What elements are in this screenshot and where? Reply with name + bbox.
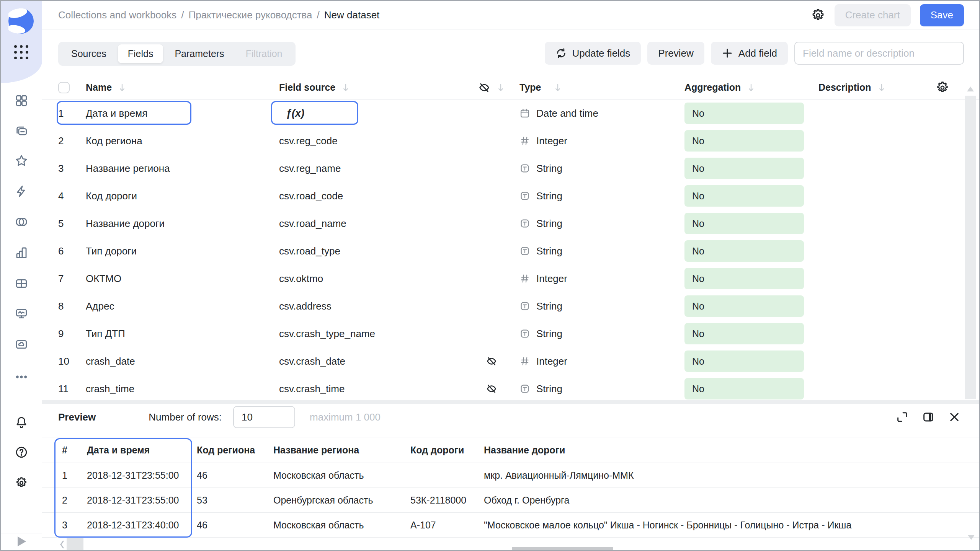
breadcrumb-workbook[interactable]: Практические руководства [189,9,312,21]
update-fields-button[interactable]: Update fields [545,42,641,65]
string-icon [519,163,530,174]
table-settings-gear-icon[interactable] [936,81,949,95]
apps-menu-icon[interactable] [14,45,29,60]
field-name[interactable]: Код региона [86,135,279,147]
chart-icon[interactable] [15,246,28,259]
field-type[interactable]: String [511,383,675,395]
field-aggregation: No [675,323,809,344]
field-search-input[interactable] [803,47,956,59]
preview-row: 22018-12-31T23:55:0053Оренбургская облас… [42,488,979,513]
field-type[interactable]: String [511,300,675,312]
field-name[interactable]: Тип ДТП [86,328,279,340]
play-icon[interactable] [18,536,26,546]
aggregation-select[interactable]: No [684,240,804,262]
preview-table: #Дата и времяКод регионаНазвание региона… [42,437,979,536]
tab-fields[interactable]: Fields [118,44,163,63]
aggregation-select[interactable]: No [684,130,804,152]
select-all-checkbox[interactable] [58,82,70,93]
gear-icon[interactable] [15,476,28,489]
field-type[interactable]: String [511,163,675,174]
field-source: csv.crash_date [279,355,472,367]
preview-divider[interactable] [42,400,979,404]
aggregation-select[interactable]: No [684,378,804,399]
monitoring-icon[interactable] [15,307,28,320]
split-view-icon[interactable] [922,411,935,424]
cloud-folder-icon[interactable] [15,338,28,351]
field-source: csv.reg_name [279,163,472,174]
field-type[interactable]: Date and time [511,108,675,119]
grid-icon[interactable] [15,94,28,107]
eye-crossed-icon[interactable] [486,355,497,367]
breadcrumb-collections[interactable]: Collections and workbooks [58,9,176,21]
scroll-down-arrow[interactable] [968,535,975,540]
tab-filtration[interactable]: Filtration [236,44,292,63]
field-name[interactable]: Адрес [86,300,279,312]
app-header: Collections and workbooks / Практические… [42,1,979,29]
field-name[interactable]: Код дороги [86,190,279,202]
page-horizontal-scrollbar[interactable] [512,547,613,550]
create-chart-button[interactable]: Create chart [835,4,911,26]
collections-icon[interactable] [15,124,28,137]
field-name[interactable]: Дата и время [86,108,279,119]
ellipsis-icon[interactable] [15,370,28,383]
favorites-icon[interactable] [15,154,28,167]
field-type[interactable]: String [511,190,675,202]
field-type[interactable]: Integer [511,273,675,285]
bell-icon[interactable] [15,416,28,429]
field-type[interactable]: String [511,218,675,230]
field-source[interactable]: ƒ(x) [279,108,472,119]
column-header-description[interactable]: Description [809,82,924,93]
eye-crossed-icon[interactable] [486,383,497,395]
column-header-name[interactable]: Name [86,82,279,93]
aggregation-select[interactable]: No [684,295,804,317]
rows-count-input[interactable] [233,406,295,428]
horizontal-scrollbar-thumb[interactable] [67,538,83,551]
lightning-icon[interactable] [15,185,28,198]
column-header-aggregation[interactable]: Aggregation [675,82,809,93]
preview-button[interactable]: Preview [647,42,704,65]
formula-icon[interactable]: ƒ(x) [286,108,304,119]
connections-icon[interactable] [15,215,28,228]
aggregation-select[interactable]: No [684,103,804,124]
tab-parameters[interactable]: Parameters [165,44,234,63]
datalens-logo[interactable] [8,8,34,34]
preview-cell: 1 [58,470,87,481]
aggregation-select[interactable]: No [684,323,804,344]
aggregation-select[interactable]: No [684,268,804,289]
field-aggregation: No [675,213,809,234]
close-preview-icon[interactable] [948,411,961,424]
field-type[interactable]: String [511,328,675,340]
aggregation-select[interactable]: No [684,213,804,234]
field-row: 10crash_datecsv.crash_dateIntegerNo [42,347,979,375]
breadcrumb: Collections and workbooks / Практические… [58,1,379,29]
column-header-type[interactable]: Type [511,82,675,93]
field-name[interactable]: crash_date [86,355,279,367]
preview-column-header: Код региона [197,445,273,456]
scroll-up-arrow[interactable] [967,86,974,91]
preview-cell: А-107 [410,520,484,531]
field-type[interactable]: Integer [511,135,675,147]
field-type-label: String [536,163,562,174]
field-type[interactable]: Integer [511,355,675,367]
aggregation-select[interactable]: No [684,158,804,179]
settings-gear-icon[interactable] [811,8,825,23]
field-name[interactable]: Название региона [86,163,279,174]
aggregation-select[interactable]: No [684,185,804,207]
field-type-label: Integer [536,135,567,147]
expand-preview-icon[interactable] [896,411,909,424]
help-icon[interactable] [15,446,28,459]
fields-vertical-scrollbar[interactable] [965,96,976,399]
field-type[interactable]: String [511,245,675,257]
field-name[interactable]: ОКТМО [86,273,279,285]
save-button[interactable]: Save [920,4,964,26]
scroll-left-arrow[interactable] [58,539,66,550]
field-name[interactable]: Тип дороги [86,245,279,257]
tab-sources[interactable]: Sources [61,44,116,63]
aggregation-select[interactable]: No [684,350,804,372]
field-name[interactable]: crash_time [86,383,279,395]
column-header-source[interactable]: Field source [279,82,472,93]
add-field-button[interactable]: Add field [711,42,788,65]
table-icon[interactable] [15,277,28,290]
field-name[interactable]: Название дороги [86,218,279,230]
column-header-visibility[interactable] [472,82,511,94]
